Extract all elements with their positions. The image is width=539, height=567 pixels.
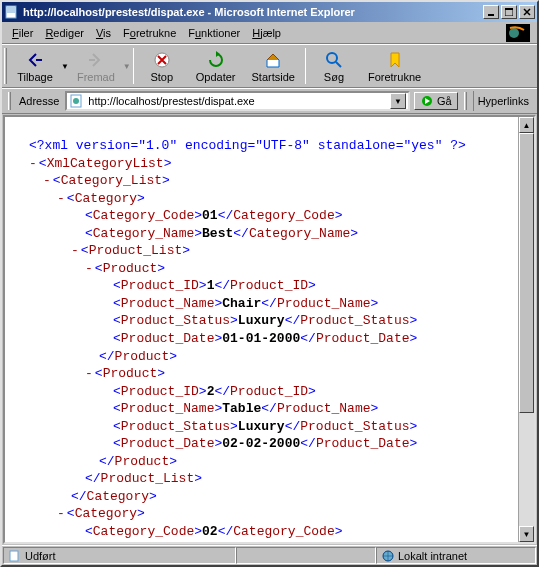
titlebar: http://localhost/prestest/dispat.exe - M… xyxy=(2,2,537,22)
maximize-button[interactable] xyxy=(501,5,517,19)
forward-arrow-icon xyxy=(86,50,106,70)
go-button[interactable]: Gå xyxy=(414,92,458,110)
home-icon xyxy=(263,50,283,70)
refresh-button[interactable]: Opdater xyxy=(188,48,244,85)
menu-funktioner[interactable]: Funktioner xyxy=(182,25,246,41)
xml-pi: <?xml version="1.0" encoding="UTF-8" sta… xyxy=(29,138,466,153)
back-dropdown[interactable]: ▼ xyxy=(61,62,69,71)
menu-rediger[interactable]: Rediger xyxy=(39,25,90,41)
home-button[interactable]: Startside xyxy=(244,48,303,85)
stop-button[interactable]: Stop xyxy=(136,48,188,85)
back-label: Tilbage xyxy=(17,71,53,83)
address-dropdown[interactable]: ▼ xyxy=(390,93,406,109)
status-main: Udført xyxy=(3,547,236,564)
favorites-button[interactable]: Foretrukne xyxy=(360,48,429,85)
svg-rect-3 xyxy=(505,8,513,10)
toolbar-grip[interactable] xyxy=(4,48,7,84)
ie-status-icon xyxy=(8,549,22,563)
ie-page-icon-small xyxy=(69,93,85,109)
menu-hjaelp[interactable]: Hjælp xyxy=(246,25,287,41)
status-middle xyxy=(236,547,376,564)
back-arrow-icon xyxy=(25,50,45,70)
forward-dropdown[interactable]: ▼ xyxy=(123,62,131,71)
scroll-thumb[interactable] xyxy=(519,133,534,413)
stop-label: Stop xyxy=(150,71,173,83)
stop-icon xyxy=(152,50,172,70)
toolbar-separator-2 xyxy=(305,48,306,84)
addressbar-grip[interactable] xyxy=(8,92,11,110)
favorites-label: Foretrukne xyxy=(368,71,421,83)
window-frame: http://localhost/prestest/dispat.exe - M… xyxy=(0,0,539,567)
content-pane: <?xml version="1.0" encoding="UTF-8" sta… xyxy=(3,115,536,544)
svg-rect-1 xyxy=(488,14,494,16)
go-label: Gå xyxy=(437,95,452,107)
links-bar[interactable]: Hyperlinks xyxy=(473,91,533,111)
svg-point-5 xyxy=(509,28,519,38)
svg-rect-11 xyxy=(10,551,18,561)
menu-vis[interactable]: Vis xyxy=(90,25,117,41)
window-buttons xyxy=(483,5,535,19)
address-field[interactable]: ▼ xyxy=(65,91,410,111)
refresh-icon xyxy=(206,50,226,70)
close-button[interactable] xyxy=(519,5,535,19)
ie-logo-icon xyxy=(503,24,533,42)
menu-filer[interactable]: Filer xyxy=(6,25,39,41)
intranet-zone-icon xyxy=(381,549,395,563)
favorites-icon xyxy=(385,50,405,70)
toolbar: Tilbage ▼ Fremad ▼ Stop Opdater Startsid… xyxy=(2,44,537,88)
status-bar: Udført Lokalt intranet xyxy=(2,545,537,565)
back-button[interactable]: Tilbage xyxy=(9,48,61,85)
address-input[interactable] xyxy=(88,95,387,107)
home-label: Startside xyxy=(252,71,295,83)
minimize-button[interactable] xyxy=(483,5,499,19)
scroll-up-button[interactable]: ▲ xyxy=(519,117,534,133)
ie-page-icon xyxy=(4,4,20,20)
xml-view[interactable]: <?xml version="1.0" encoding="UTF-8" sta… xyxy=(5,117,534,544)
address-label: Adresse xyxy=(17,95,61,107)
svg-point-7 xyxy=(327,53,337,63)
forward-label: Fremad xyxy=(77,71,115,83)
status-text: Udført xyxy=(25,550,56,562)
forward-button[interactable]: Fremad xyxy=(69,48,123,85)
search-icon xyxy=(324,50,344,70)
menu-foretrukne[interactable]: Foretrukne xyxy=(117,25,182,41)
search-label: Søg xyxy=(324,71,344,83)
vertical-scrollbar[interactable]: ▲ ▼ xyxy=(518,117,534,542)
address-bar: Adresse ▼ Gå Hyperlinks xyxy=(2,88,537,114)
toolbar-separator xyxy=(133,48,134,84)
search-button[interactable]: Søg xyxy=(308,48,360,85)
go-icon xyxy=(420,94,434,108)
svg-point-9 xyxy=(73,98,79,104)
links-grip[interactable] xyxy=(464,92,467,110)
menubar: Filer Rediger Vis Foretrukne Funktioner … xyxy=(2,22,537,44)
zone-text: Lokalt intranet xyxy=(398,550,467,562)
status-zone: Lokalt intranet xyxy=(376,547,536,564)
refresh-label: Opdater xyxy=(196,71,236,83)
window-title: http://localhost/prestest/dispat.exe - M… xyxy=(23,6,483,18)
links-label: Hyperlinks xyxy=(478,95,529,107)
scroll-down-button[interactable]: ▼ xyxy=(519,526,534,542)
